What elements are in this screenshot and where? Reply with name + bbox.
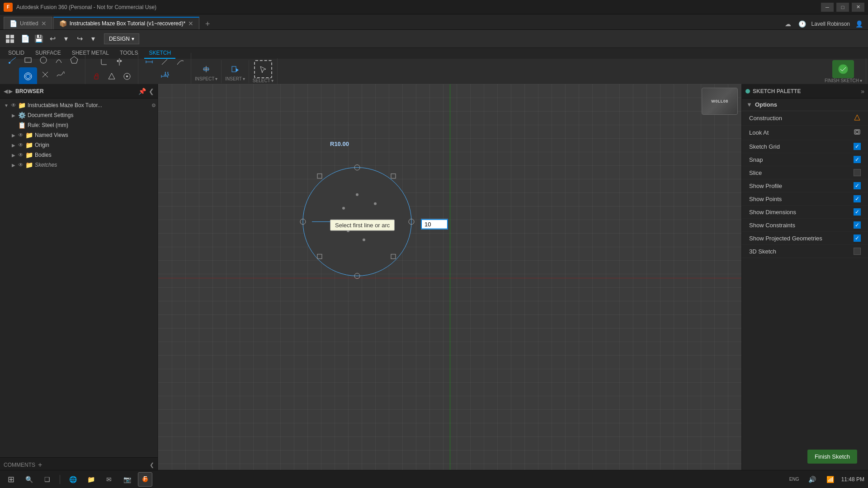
close-button[interactable]: ✕ bbox=[852, 3, 864, 12]
sketch-grid-checkbox[interactable]: ✓ bbox=[854, 143, 861, 150]
tree-bodies[interactable]: ▶ 👁 📁 Bodies bbox=[9, 150, 158, 160]
root-expand[interactable]: ▼ bbox=[4, 103, 9, 108]
tree-rule[interactable]: 📋 Rule: Steel (mm) bbox=[9, 120, 158, 130]
cloud-button[interactable]: ☁ bbox=[783, 19, 793, 29]
undo-button[interactable]: ↩ bbox=[46, 33, 59, 45]
sidebar-forward[interactable]: ▶ bbox=[9, 88, 13, 94]
taskbar-photos[interactable]: 📷 bbox=[120, 472, 134, 487]
comments-collapse[interactable]: ❮ bbox=[150, 462, 154, 468]
dim-tool[interactable]: 10 bbox=[157, 69, 172, 84]
tree-origin[interactable]: ▶ 👁 📁 Origin bbox=[9, 140, 158, 150]
spline-tool[interactable] bbox=[53, 67, 68, 82]
start-button[interactable]: ⊞ bbox=[4, 472, 18, 487]
origin-vis[interactable]: 👁 bbox=[18, 142, 24, 148]
file-menu-button[interactable]: 📄 bbox=[19, 33, 32, 45]
viewcube[interactable]: W0LL08 bbox=[702, 88, 738, 115]
sketches-expand[interactable]: ▶ bbox=[11, 162, 16, 168]
grid-menu-button[interactable] bbox=[2, 31, 18, 47]
snap-checkbox[interactable]: ✓ bbox=[854, 156, 861, 163]
radius-input[interactable] bbox=[421, 219, 448, 230]
design-workspace-button[interactable]: DESIGN ▾ bbox=[104, 33, 139, 44]
named-views-expand[interactable]: ▶ bbox=[11, 132, 16, 138]
tangent-constraint-icon bbox=[175, 57, 184, 66]
tree-sketches[interactable]: ▶ 👁 📁 Sketches bbox=[9, 160, 158, 170]
line-tool[interactable] bbox=[5, 53, 20, 67]
arc-tool[interactable] bbox=[52, 53, 66, 67]
insert-label-row[interactable]: INSERT ▾ bbox=[225, 76, 245, 81]
maximize-button[interactable]: □ bbox=[836, 3, 849, 12]
tangent-constraint[interactable] bbox=[173, 55, 187, 69]
diagonal-constraint[interactable] bbox=[157, 55, 172, 69]
network-button[interactable]: 📶 bbox=[823, 472, 838, 487]
origin-expand[interactable]: ▶ bbox=[11, 142, 16, 148]
new-tab-button[interactable]: + bbox=[202, 19, 213, 29]
show-dimensions-checkbox[interactable]: ✓ bbox=[854, 208, 861, 216]
palette-expand-button[interactable]: » bbox=[861, 88, 864, 95]
taskbar-fusion[interactable]: F bbox=[138, 472, 152, 487]
sidebar-collapse-button[interactable]: ❮ bbox=[149, 88, 154, 95]
select-label-row[interactable]: SELECT ▾ bbox=[253, 78, 274, 83]
sidebar-back[interactable]: ◀ bbox=[4, 88, 8, 94]
offset-tool[interactable] bbox=[19, 67, 37, 85]
mirror-tool[interactable] bbox=[112, 55, 127, 69]
sketches-vis[interactable]: 👁 bbox=[18, 162, 24, 168]
inspect-label-row[interactable]: INSPECT ▾ bbox=[195, 76, 217, 81]
look-at-icon-button[interactable] bbox=[854, 128, 861, 137]
named-views-vis[interactable]: 👁 bbox=[18, 132, 24, 138]
tab-untitled-close[interactable]: ✕ bbox=[41, 20, 47, 27]
show-points-checkbox[interactable]: ✓ bbox=[854, 195, 861, 202]
user-avatar[interactable]: 👤 bbox=[854, 19, 864, 29]
triangle-tool[interactable] bbox=[104, 69, 119, 84]
horizontal-constraint[interactable] bbox=[142, 55, 156, 69]
redo-dropdown[interactable]: ▾ bbox=[87, 33, 99, 45]
tab-untitled[interactable]: 📄 Untitled ✕ bbox=[4, 17, 52, 29]
doc-settings-expand[interactable]: ▶ bbox=[11, 113, 16, 118]
redo-button[interactable]: ↪ bbox=[73, 33, 86, 45]
taskbar-explorer[interactable]: 📁 bbox=[84, 472, 98, 487]
bodies-expand[interactable]: ▶ bbox=[11, 152, 16, 158]
select-tool[interactable] bbox=[254, 60, 272, 78]
rectangle-tool[interactable] bbox=[21, 53, 35, 67]
trim-tool[interactable] bbox=[38, 67, 52, 82]
show-constraints-checkbox[interactable]: ✓ bbox=[854, 221, 861, 229]
history-button[interactable]: 🕐 bbox=[797, 19, 808, 29]
design-dropdown-icon: ▾ bbox=[132, 36, 134, 42]
save-button[interactable]: 💾 bbox=[33, 33, 45, 45]
undo-dropdown[interactable]: ▾ bbox=[60, 33, 72, 45]
full-circle-tool[interactable] bbox=[120, 69, 134, 84]
sidebar-pin-button[interactable]: 📌 bbox=[138, 88, 146, 95]
fillet-tool[interactable] bbox=[97, 55, 111, 69]
options-section-header[interactable]: ▼ Options bbox=[742, 99, 868, 111]
finish-sketch-button[interactable]: Finish Sketch bbox=[807, 450, 857, 464]
3d-sketch-checkbox[interactable] bbox=[854, 248, 861, 255]
bodies-vis[interactable]: 👁 bbox=[18, 152, 24, 158]
insert-tool[interactable] bbox=[228, 62, 242, 76]
canvas[interactable]: W0LL08 bbox=[158, 84, 741, 472]
add-comment-button[interactable]: + bbox=[38, 461, 42, 469]
task-view-button[interactable]: ❑ bbox=[40, 472, 54, 487]
finish-sketch-label-row[interactable]: FINISH SKETCH ▾ bbox=[825, 78, 862, 83]
construction-icon-button[interactable] bbox=[854, 114, 861, 122]
tree-doc-settings[interactable]: ▶ ⚙️ Document Settings bbox=[9, 110, 158, 120]
tree-root[interactable]: ▼ 👁 📁 Instructables Maze Box Tutor... ⚙ bbox=[0, 100, 158, 110]
tree-named-views[interactable]: ▶ 👁 📁 Named Views bbox=[9, 130, 158, 140]
language-button[interactable]: ENG bbox=[787, 472, 802, 487]
inspect-label: INSPECT bbox=[195, 76, 214, 81]
slice-checkbox[interactable] bbox=[854, 169, 861, 176]
taskbar-chrome[interactable]: 🌐 bbox=[66, 472, 80, 487]
tab-maze-close[interactable]: ✕ bbox=[188, 20, 193, 27]
lock-tool[interactable] bbox=[89, 69, 104, 84]
show-profile-checkbox[interactable]: ✓ bbox=[854, 182, 861, 189]
root-vis[interactable]: 👁 bbox=[11, 102, 16, 108]
volume-button[interactable]: 🔊 bbox=[805, 472, 820, 487]
root-settings[interactable]: ⚙ bbox=[151, 103, 156, 108]
show-projected-checkbox[interactable]: ✓ bbox=[854, 235, 861, 242]
minimize-button[interactable]: ─ bbox=[821, 3, 834, 12]
taskbar-mail[interactable]: ✉ bbox=[102, 472, 116, 487]
polygon-tool[interactable] bbox=[67, 53, 81, 67]
inspect-tool[interactable] bbox=[199, 62, 213, 76]
tab-maze[interactable]: 📦 Instructables Maze Box Tutorial (v1~re… bbox=[53, 17, 199, 29]
circle-tool[interactable] bbox=[36, 53, 51, 67]
search-taskbar-button[interactable]: 🔍 bbox=[22, 472, 36, 487]
finish-sketch-ribbon-button[interactable] bbox=[832, 60, 854, 78]
